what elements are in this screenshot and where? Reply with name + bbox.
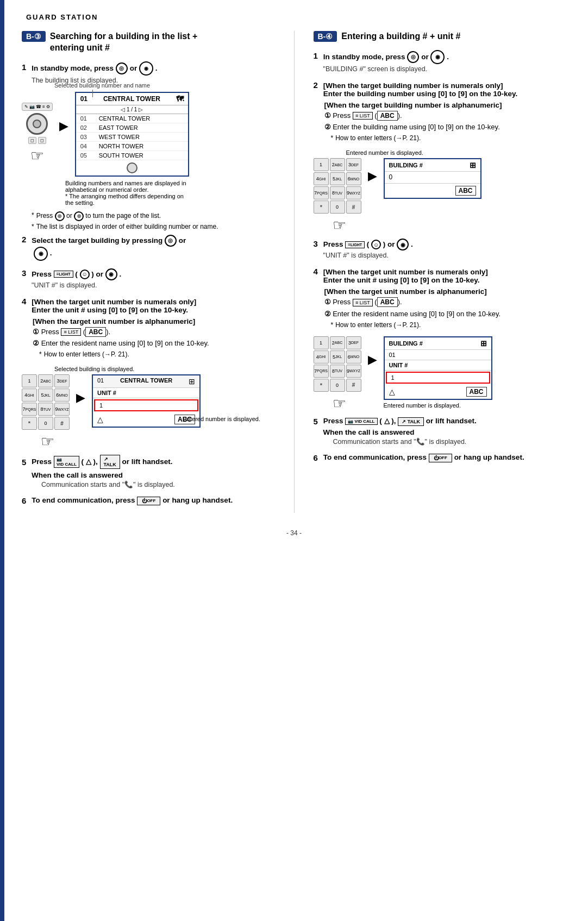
building-list-panel: 01 CENTRAL TOWER 🗺 ◁ 1 / 1 ▷ 01 CENTRAL … xyxy=(75,92,189,177)
substep-4b-label: ② xyxy=(33,339,41,347)
step-3-sub: "UNIT #" is displayed. xyxy=(32,281,275,289)
blp-pagination: ◁ 1 / 1 ▷ xyxy=(76,105,188,114)
key-2[interactable]: 2ABC xyxy=(38,374,53,387)
r2-key-5[interactable]: 5JKL xyxy=(330,350,345,364)
bd-abc: ABC xyxy=(455,186,476,196)
key-hash[interactable]: # xyxy=(54,417,70,430)
ud-building-name: CENTRAL TOWER xyxy=(120,377,172,386)
ann-line4: the setting. xyxy=(65,199,189,206)
edit-icon: ✎ xyxy=(24,104,28,109)
step-1-number: 1 xyxy=(22,62,26,72)
r-key-star[interactable]: ＊ xyxy=(314,201,329,214)
top-button-row: ✎ 📷 ☎ ≡ ⚙ xyxy=(22,103,53,111)
r-key-9[interactable]: 9WXYZ xyxy=(346,186,361,199)
ud-footer-triangle: △ xyxy=(97,415,103,424)
r2-key-3[interactable]: 3DEF xyxy=(346,336,361,349)
key-5[interactable]: 5JKL xyxy=(38,389,53,402)
step-4-number: 4 xyxy=(22,297,26,306)
bd-grid-icon: ⊞ xyxy=(470,161,476,170)
key-7[interactable]: 7PQRS xyxy=(22,403,37,416)
r-when-answered: When the call is answered xyxy=(323,428,415,436)
annotation-selected-building: Selected building number and name xyxy=(54,82,150,89)
step-1-text: In standby mode, press ◎ or ◉ . xyxy=(32,61,157,76)
right-step-3: 3 Press ≡LIGHT ( ☺ ) or ◉ . "UNIT #" is … xyxy=(314,239,567,259)
r-list-btn: ≡ LIST xyxy=(353,112,373,120)
r2-key-hash[interactable]: # xyxy=(346,379,361,392)
left-section-title: Searching for a building in the list + e… xyxy=(50,31,198,54)
bu-unit-input: 1 xyxy=(386,372,490,384)
r2-key-6[interactable]: 6MNO xyxy=(346,350,361,364)
step-3-number: 3 xyxy=(22,268,26,278)
bd-input: 0 xyxy=(385,172,480,184)
r2-key-8[interactable]: 8TUV xyxy=(330,365,345,378)
key-8[interactable]: 8TUV xyxy=(38,403,53,416)
row4-num: 04 xyxy=(80,143,92,149)
r2-key-7[interactable]: 7PQRS xyxy=(314,365,329,378)
r2-key-9[interactable]: 9WXYZ xyxy=(346,365,361,378)
building-list-device-row: Selected building number and name ✎ 📷 ☎ xyxy=(22,92,275,206)
r2-key-4[interactable]: 4GHI xyxy=(314,350,329,364)
blp-header-name: CENTRAL TOWER xyxy=(103,95,160,103)
guard-station-header: GUARD STATION xyxy=(26,13,566,21)
key-0[interactable]: 0 xyxy=(38,417,53,430)
col-divider xyxy=(294,31,295,513)
key-6[interactable]: 6MNO xyxy=(54,389,70,402)
r-step-1-text: In standby mode, press ◎ or ◉ . xyxy=(323,50,449,64)
r-step-4-text-a: [When the target unit number is numerals… xyxy=(323,268,488,284)
r-step-2-alpha-header: [When the target building number is alph… xyxy=(324,101,567,109)
key-star[interactable]: ＊ xyxy=(22,417,37,430)
main-knob[interactable] xyxy=(26,113,48,135)
r-key-5[interactable]: 5JKL xyxy=(330,172,345,185)
circle-icon-3: ☺ xyxy=(80,270,90,279)
r2-key-star[interactable]: ＊ xyxy=(314,379,329,392)
r-step-2-text-c: [When the target building number is alph… xyxy=(324,101,502,109)
r-substep-4b-label: ② xyxy=(324,310,333,318)
building-list-row: ✎ 📷 ☎ ≡ ⚙ ◻ xyxy=(22,92,189,177)
vid-call-btn: 📷VID CALL xyxy=(54,456,79,468)
page: GUARD STATION B-③ Searching for a buildi… xyxy=(0,0,588,921)
key-9[interactable]: 9WXYZ xyxy=(54,403,70,416)
page-knob-1: ◎ xyxy=(55,211,65,221)
blp-footer-knob xyxy=(127,162,137,173)
r-step-2-number: 2 xyxy=(314,80,318,90)
r-key-3[interactable]: 3DEF xyxy=(346,158,361,171)
bullet-1: * Press ◎ or ◎ to turn the page of the l… xyxy=(32,211,275,221)
r2-key-0[interactable]: 0 xyxy=(330,379,345,392)
row3-num: 03 xyxy=(80,134,92,140)
page-number: - 34 - xyxy=(22,529,566,537)
r-key-8[interactable]: 8TUV xyxy=(330,186,345,199)
r-step-1-number: 1 xyxy=(314,51,318,60)
row5-name: SOUTH TOWER xyxy=(99,152,143,159)
r-key-4[interactable]: 4GHI xyxy=(314,172,329,185)
r-key-6[interactable]: 6MNO xyxy=(346,172,361,185)
bu-abc: ABC xyxy=(466,387,487,397)
r-step-4-alpha-header: [When the target unit number is alphanum… xyxy=(324,287,567,296)
r-substep-4a: ① Press ≡ LIST (ABC). xyxy=(324,298,567,306)
r-key-hash[interactable]: # xyxy=(346,201,361,214)
r-key-2[interactable]: 2ABC xyxy=(330,158,345,171)
left-section-heading: B-③ Searching for a building in the list… xyxy=(22,31,275,54)
r-key-1[interactable]: 1 xyxy=(314,158,329,171)
note-text: How to enter letters (→P. 21). xyxy=(44,350,129,358)
step-3-text: Press ≡LIGHT ( ☺ ) or ◉ . xyxy=(32,268,121,280)
r2-key-1[interactable]: 1 xyxy=(314,336,329,349)
step-6-text: To end communication, press ⏻OFF or hang… xyxy=(32,496,233,505)
step-6-number: 6 xyxy=(22,496,26,505)
step-4-alpha-header: [When the target unit number is alphanum… xyxy=(33,317,275,325)
key-4[interactable]: 4GHI xyxy=(22,389,37,402)
ud-grid-icon: ⊞ xyxy=(189,377,195,386)
r-substep-4b-text: Enter the resident name using [0] to [9]… xyxy=(333,310,501,318)
row1-num: 01 xyxy=(80,115,92,122)
b4-badge: B-④ xyxy=(314,31,337,42)
row2-num: 02 xyxy=(80,124,92,131)
r-key-7[interactable]: 7PQRS xyxy=(314,186,329,199)
r-substep-4a-label: ① xyxy=(324,298,333,306)
key-3[interactable]: 3DEF xyxy=(54,374,70,387)
r2-key-2[interactable]: 2ABC xyxy=(330,336,345,349)
note-4: * How to enter letters (→P. 21). xyxy=(39,350,275,358)
list-abc-icon: ≡ LIST xyxy=(61,328,81,336)
key-1[interactable]: 1 xyxy=(22,374,37,387)
bldg-display-inner: 1 2ABC 3DEF 4GHI 5JKL 6MNO 7PQRS 8TUV 9W… xyxy=(314,158,481,233)
r-key-0[interactable]: 0 xyxy=(330,201,345,214)
bullet-star-1: * xyxy=(32,211,34,221)
